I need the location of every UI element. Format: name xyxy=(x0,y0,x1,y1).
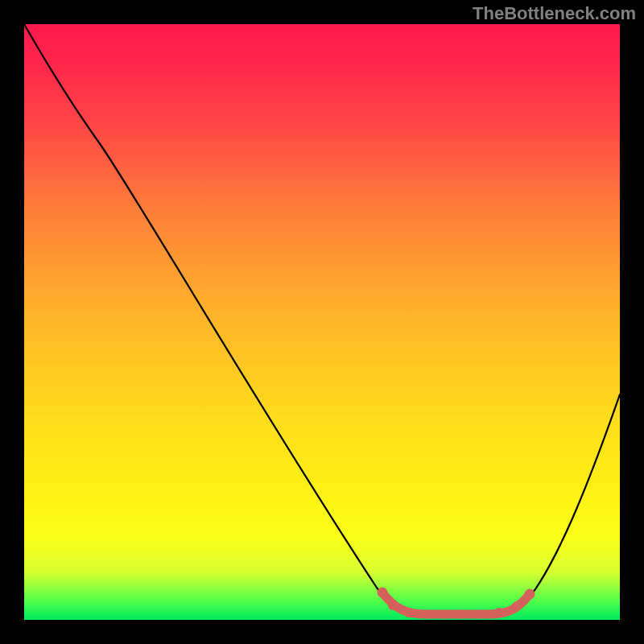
chart-frame: TheBottleneck.com xyxy=(0,0,644,644)
marker-dot xyxy=(440,610,449,619)
marker-dot xyxy=(388,601,398,610)
marker-dot xyxy=(459,610,468,619)
marker-dot xyxy=(494,608,504,617)
bottleneck-curve xyxy=(24,24,620,614)
curve-svg xyxy=(24,24,620,620)
marker-dot xyxy=(477,610,486,619)
marker-dot xyxy=(512,601,522,611)
marker-dot xyxy=(525,589,535,600)
marker-dot xyxy=(378,588,388,598)
watermark-text: TheBottleneck.com xyxy=(473,3,636,24)
marker-dot xyxy=(404,608,414,617)
gradient-plot-area xyxy=(24,24,620,620)
marker-dot xyxy=(423,610,431,619)
